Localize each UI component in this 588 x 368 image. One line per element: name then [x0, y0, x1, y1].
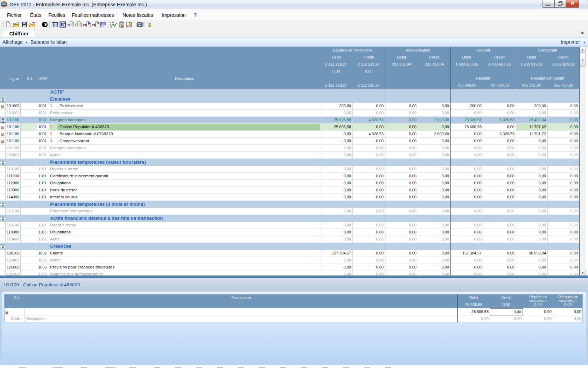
svg-text:TEDF: TEDF [127, 25, 131, 27]
svg-text:F5: F5 [138, 23, 142, 27]
svg-text:GEF: GEF [1, 3, 6, 6]
svg-text:D: D [68, 23, 70, 27]
svg-text:NC: NC [102, 22, 105, 26]
svg-text:F: F [88, 22, 90, 26]
svg-text:P: P [97, 22, 99, 26]
svg-text:$: $ [148, 22, 151, 28]
svg-text:İ: İ [75, 23, 76, 27]
